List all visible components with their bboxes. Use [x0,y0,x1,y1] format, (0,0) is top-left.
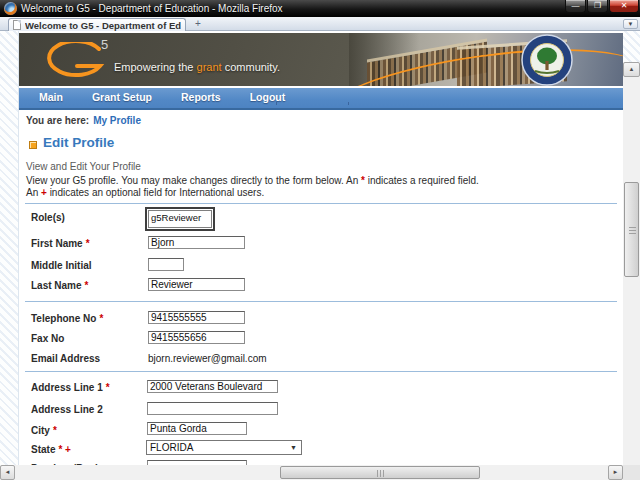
intro-line2-end: indicates an optional field for Internat… [47,187,264,198]
nav-separator [348,102,349,105]
tab-title: Welcome to G5 - Department of Edu... [25,20,181,31]
required-mark: * [86,238,90,249]
middle-initial-input[interactable] [148,258,184,271]
firefox-window: Welcome to G5 - Department of Education … [0,0,640,480]
required-mark: * [99,313,103,324]
required-mark: * + [58,444,71,455]
fax-input[interactable] [148,331,245,344]
minimize-button[interactable]: — [565,0,586,13]
first-name-label-text: First Name [31,238,83,249]
roles-label: Role(s) [31,212,65,223]
scrollbar-corner [623,465,640,480]
doe-seal-icon [521,34,573,86]
maximize-button[interactable]: ❐ [587,0,608,13]
list-tabs-button[interactable]: ▼ [623,19,638,29]
intro-text: View your G5 profile. You may make chang… [26,175,616,199]
main-navbar: Main Grant Setup Reports Logout [19,88,623,110]
address2-label: Address Line 2 [31,404,103,415]
window-titlebar: Welcome to G5 - Department of Education … [0,0,640,17]
nav-item-reports[interactable]: Reports [181,91,221,103]
page-title: Edit Profile [43,135,114,150]
nav-item-main[interactable]: Main [39,91,63,103]
scroll-up-button[interactable]: ▲ [623,62,640,77]
address2-label-text: Address Line 2 [31,404,103,415]
section-divider [25,371,617,372]
tagline-accent: grant [197,61,222,73]
horizontal-scrollbar-thumb[interactable] [280,466,480,479]
firefox-icon [4,2,17,15]
new-tab-button[interactable]: + [191,19,205,29]
roles-label-text: Role(s) [31,212,65,223]
roles-listbox[interactable]: g5Reviewer [145,207,215,231]
g5-banner: 5 Empowering the grant community. [19,33,623,86]
email-value: bjorn.reviewer@gmail.com [148,353,267,364]
g5-logo-five: 5 [101,37,108,52]
section-bullet-icon [29,141,37,149]
email-label-text: Email Address [31,353,100,364]
first-name-input[interactable] [148,236,245,249]
nav-separator [276,102,277,105]
nav-item-grant-setup[interactable]: Grant Setup [92,91,152,103]
intro-line2: An [26,187,41,198]
middle-initial-label-text: Middle Initial [31,260,92,271]
required-mark: * [53,425,57,436]
roles-selected-option[interactable]: g5Reviewer [148,210,212,228]
fax-label-text: Fax No [31,333,64,344]
page-favicon-icon [13,20,21,30]
page-viewport: 5 Empowering the grant community. Main G… [0,31,640,465]
scroll-left-button[interactable]: ◄ [0,465,15,480]
telephone-input[interactable] [148,311,245,324]
state-selected-value: FLORIDA [150,442,193,453]
email-label: Email Address [31,353,100,364]
section-divider [25,203,617,204]
city-label-text: City [31,425,50,436]
required-mark: * [106,382,110,393]
vertical-scrollbar-thumb[interactable] [624,182,639,277]
city-label: City* [31,425,57,436]
state-label-text: State [31,444,55,455]
telephone-label-text: Telephone No [31,313,96,324]
horizontal-scrollbar[interactable]: ◄ ► [0,465,623,480]
tagline-pre: Empowering the [114,61,197,73]
breadcrumb-prefix: You are here: [26,115,89,126]
address1-label: Address Line 1* [31,382,110,393]
library-photo [349,33,623,86]
select-dropdown-arrow-icon: ▼ [290,444,297,451]
required-mark: * [85,280,89,291]
middle-initial-label: Middle Initial [31,260,92,271]
g5-logo-icon [43,42,105,84]
nav-item-logout[interactable]: Logout [250,91,286,103]
banner-tagline: Empowering the grant community. [114,61,280,73]
tab-welcome-g5[interactable]: Welcome to G5 - Department of Edu... [8,18,186,31]
address2-input[interactable] [147,402,278,415]
tagline-post: community. [222,61,280,73]
state-label: State* + [31,444,71,455]
tab-strip: Welcome to G5 - Department of Edu... + ▼ [0,17,640,31]
telephone-label: Telephone No* [31,313,103,324]
address1-input[interactable] [147,380,278,393]
breadcrumb-my-profile-link[interactable]: My Profile [93,115,141,126]
page-subtitle: View and Edit Your Profile [26,161,141,172]
scroll-right-button[interactable]: ► [608,465,623,480]
scrollbar-grip [629,227,636,235]
scrollbar-grip [377,470,385,477]
intro-line1: View your G5 profile. You may make chang… [26,175,361,186]
page-canvas: 5 Empowering the grant community. Main G… [18,31,623,465]
section-divider [25,301,617,302]
state-select[interactable]: FLORIDA ▼ [146,440,302,455]
breadcrumb: You are here:My Profile [26,115,141,126]
last-name-input[interactable] [148,278,245,291]
window-controls: — ❐ ✕ [564,0,639,13]
last-name-label-text: Last Name [31,280,82,291]
fax-label: Fax No [31,333,64,344]
address1-label-text: Address Line 1 [31,382,103,393]
last-name-label: Last Name* [31,280,88,291]
vertical-scrollbar[interactable]: ▲ ▼ [623,62,640,465]
first-name-label: First Name* [31,238,90,249]
intro-line1-end: indicates a required field. [365,175,479,186]
window-title: Welcome to G5 - Department of Education … [21,3,283,14]
close-button[interactable]: ✕ [609,0,639,13]
city-input[interactable] [147,422,247,435]
